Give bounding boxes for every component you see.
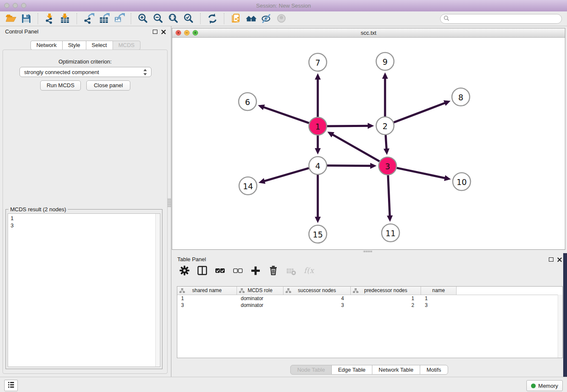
table-row[interactable]: 1dominator411 <box>177 295 562 302</box>
export-image-icon[interactable] <box>113 12 126 25</box>
graph-edge <box>264 168 309 181</box>
tab-network-table[interactable]: Network Table <box>372 365 420 375</box>
graph-edge-arrow <box>315 73 321 80</box>
control-panel-title: Control Panel <box>5 26 39 37</box>
graph-edge-arrow <box>444 175 451 181</box>
zoom-fit-icon[interactable] <box>167 12 180 25</box>
table-toolbar-icons: f(x) <box>177 264 316 277</box>
search-input[interactable] <box>451 14 561 23</box>
node-table[interactable]: shared nameMCDS rolesuccessor nodesprede… <box>177 286 563 358</box>
tab-style[interactable]: Style <box>62 41 86 50</box>
mcds-result-lines: 13 <box>11 215 160 229</box>
mcds-result-group: MCDS result (2 nodes) 13 <box>6 209 162 369</box>
column-label: MCDS role <box>248 287 272 293</box>
float-panel-icon[interactable] <box>153 30 157 34</box>
column-label: successor nodes <box>298 287 336 293</box>
svg-text:f(x): f(x) <box>304 266 314 275</box>
network-window-title: scc.txt <box>172 28 565 37</box>
delete-table-icon <box>285 264 297 277</box>
table-row[interactable]: 3dominator323 <box>177 302 562 309</box>
tab-edge-table[interactable]: Edge Table <box>331 365 372 375</box>
cell: 1 <box>177 295 237 302</box>
toolbar-separator <box>200 13 201 24</box>
table-settings-icon[interactable] <box>178 264 191 277</box>
graph-edge <box>332 134 380 161</box>
table-close-icon[interactable] <box>557 257 562 262</box>
graph-edge <box>327 166 372 166</box>
cell: dominator <box>237 295 284 302</box>
graph-node-label: 14 <box>243 182 253 191</box>
clone-network-icon[interactable] <box>230 12 242 25</box>
network-graph[interactable]: 7968124314101511 <box>172 38 565 249</box>
toolbar-separator <box>38 13 39 24</box>
import-table-icon[interactable] <box>59 12 72 25</box>
table-scrollbar[interactable] <box>558 295 562 358</box>
column-header-predecessor-nodes[interactable]: predecessor nodes <box>351 287 421 295</box>
graph-node-label: 2 <box>383 121 388 131</box>
hide-graphics-icon[interactable] <box>260 12 273 25</box>
column-layout-icon[interactable] <box>196 264 209 277</box>
add-column-icon[interactable] <box>249 264 262 277</box>
import-network-icon[interactable] <box>44 12 56 25</box>
tab-select[interactable]: Select <box>86 41 113 50</box>
zoom-selected-icon[interactable] <box>182 12 195 25</box>
graph-node-label: 8 <box>458 93 463 102</box>
refresh-layout-icon[interactable] <box>206 12 219 25</box>
memory-label: Memory <box>538 383 558 389</box>
result-line: 3 <box>11 222 160 229</box>
control-panel-tabs: NetworkStyleSelectMCDS <box>0 41 171 50</box>
export-table-icon[interactable] <box>98 12 110 25</box>
zoom-out-icon[interactable] <box>152 12 165 25</box>
cell: 3 <box>421 302 457 309</box>
save-session-icon[interactable] <box>20 12 33 25</box>
cell: 1 <box>421 295 457 302</box>
cell: dominator <box>237 302 284 309</box>
graph-node-label: 3 <box>385 162 390 171</box>
mcds-result-title: MCDS result (2 nodes) <box>8 206 68 213</box>
graph-edge-arrow <box>259 178 265 184</box>
result-scrollbar[interactable] <box>155 214 160 367</box>
table-float-icon[interactable] <box>549 257 553 262</box>
search-box[interactable] <box>440 14 562 24</box>
table-panel: Table Panel f(x) shared nameMCDS rolesuc… <box>171 253 567 377</box>
table-header-row: shared nameMCDS rolesuccessor nodesprede… <box>177 287 562 295</box>
graph-node-label: 11 <box>385 229 396 238</box>
toolbar-separator <box>224 13 225 24</box>
graph-edge-arrow <box>370 163 377 169</box>
zoom-in-icon[interactable] <box>137 12 149 25</box>
column-header-MCDS-role[interactable]: MCDS role <box>237 287 284 295</box>
vertical-splitter-handle[interactable] <box>168 198 171 207</box>
result-line: 1 <box>11 215 160 222</box>
deselect-all-columns-icon[interactable] <box>231 264 244 277</box>
table-panel-title: Table Panel <box>177 254 206 265</box>
column-header-shared-name[interactable]: shared name <box>177 287 237 295</box>
cell: 1 <box>351 295 421 302</box>
open-file-icon[interactable] <box>5 12 17 25</box>
cell: 3 <box>284 302 351 309</box>
tab-motifs[interactable]: Motifs <box>420 365 448 375</box>
graph-node-label: 6 <box>245 97 250 107</box>
task-history-button[interactable] <box>4 380 18 391</box>
column-header-name[interactable]: name <box>421 287 457 295</box>
criterion-dropdown[interactable]: strongly connected component <box>19 67 151 77</box>
delete-column-icon[interactable] <box>267 264 280 277</box>
tab-mcds[interactable]: MCDS <box>113 41 140 50</box>
export-network-icon[interactable] <box>83 12 95 25</box>
network-canvas[interactable]: 7968124314101511 <box>172 38 565 249</box>
close-panel-button[interactable]: Close panel <box>86 80 130 91</box>
toolbar-separator <box>77 13 77 24</box>
graph-edge-arrow <box>258 105 265 110</box>
column-header-successor-nodes[interactable]: successor nodes <box>284 287 351 295</box>
network-view-window: scc.txt 7968124314101511 <box>172 28 565 250</box>
select-all-columns-icon[interactable] <box>214 264 226 277</box>
tab-node-table[interactable]: Node Table <box>290 365 332 375</box>
horizontal-splitter-handle[interactable] <box>363 251 372 252</box>
home-view-icon[interactable] <box>245 12 258 25</box>
graph-node-label: 10 <box>457 177 467 187</box>
memory-button[interactable]: Memory <box>526 380 563 391</box>
mcds-result-list[interactable]: 13 <box>8 213 160 367</box>
run-mcds-button[interactable]: Run MCDS <box>40 80 81 91</box>
close-panel-icon[interactable] <box>161 29 166 34</box>
tab-network[interactable]: Network <box>30 41 63 50</box>
main-toolbar <box>0 11 567 26</box>
